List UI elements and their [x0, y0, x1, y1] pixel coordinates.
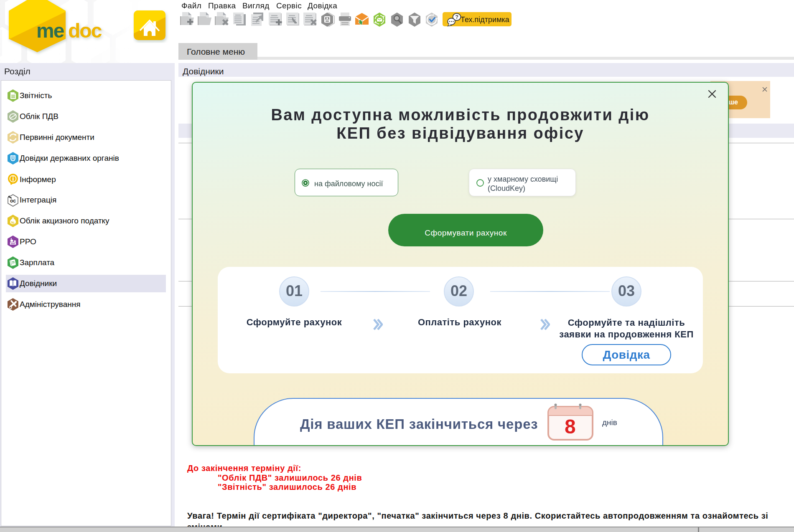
svg-text:doc: doc [68, 20, 102, 42]
svg-text:?: ? [456, 14, 459, 20]
svg-text:%: % [11, 220, 15, 225]
svg-text:oc: oc [10, 198, 16, 204]
svg-text:me: me [36, 20, 64, 42]
svg-text:8: 8 [565, 415, 576, 438]
